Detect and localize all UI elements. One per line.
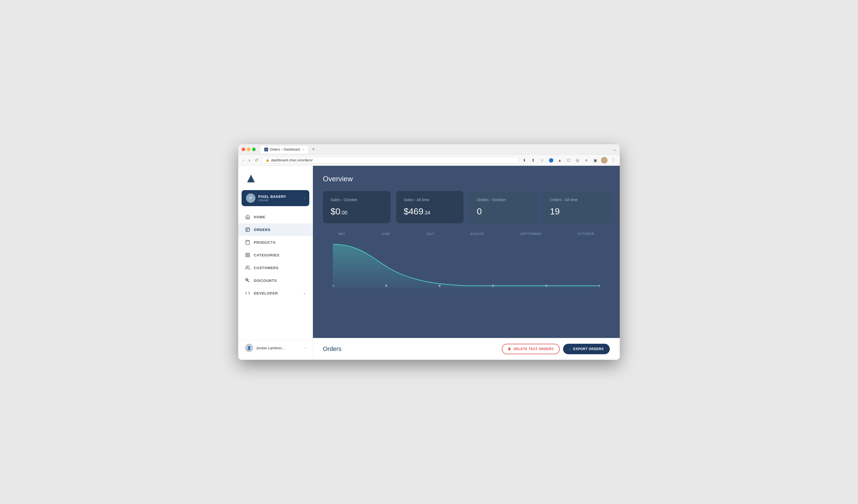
overview-section: Overview Sales - October $0.00 Sales - A… [313, 166, 620, 338]
export-orders-button[interactable]: ↓ EXPORT ORDERS [563, 344, 610, 354]
sidebar-item-developer[interactable]: DEVELOPER ⌄ [238, 287, 313, 299]
chart-months: MAY JUNE JULY AUGUST SEPTEMBER OCTOBER [333, 232, 600, 235]
sidebar-item-developer-label: DEVELOPER [254, 291, 278, 295]
home-icon [245, 214, 251, 220]
discounts-icon [245, 278, 251, 283]
logo-svg [245, 173, 257, 184]
sidebar: P PIXEL BAKERY #36448 › HOME [238, 166, 313, 360]
browser-toolbar-icons: ⬇ ⬆ ☆ 🔵 ▲ ⬡ ◎ ≡ ▣ ⋮ [521, 157, 616, 164]
address-bar[interactable]: 🔒 dashboard.chec.io/orders/ [261, 157, 519, 164]
tab-favicon-icon: ✓ [264, 148, 268, 151]
profile-avatar-icon[interactable] [601, 157, 607, 164]
chart-month-june: JUNE [381, 232, 390, 235]
traffic-lights [242, 148, 256, 151]
chart-dot-july [439, 284, 441, 287]
extension-icon-2[interactable]: ▲ [557, 157, 563, 163]
stats-cards: Sales - October $0.00 Sales - All time $… [323, 191, 610, 223]
window-minimize-icon[interactable]: ⌄ [613, 147, 616, 152]
stat-card-sales-october: Sales - October $0.00 [323, 191, 391, 223]
browser-tab-active[interactable]: ✓ Orders ~ Dashboard × [260, 145, 309, 153]
sidebar-item-discounts[interactable]: DISCOUNTS [238, 274, 313, 287]
app-layout: P PIXEL BAKERY #36448 › HOME [238, 166, 620, 360]
stat-card-sales-alltime: Sales - All time $469.34 [396, 191, 464, 223]
user-profile-footer[interactable]: 👤 Jordan Lambrec... › [238, 340, 313, 355]
back-button[interactable]: ‹ [242, 157, 245, 163]
close-button[interactable] [242, 148, 245, 151]
svg-rect-7 [248, 253, 250, 255]
chart-month-may: MAY [338, 232, 346, 235]
fullscreen-button[interactable] [252, 148, 256, 151]
sidebar-item-home[interactable]: HOME [238, 211, 313, 223]
browser-addressbar: ‹ › ↺ 🔒 dashboard.chec.io/orders/ ⬇ ⬆ ☆ … [238, 155, 620, 166]
svg-rect-9 [246, 256, 247, 257]
trash-icon: 🗑 [508, 347, 511, 351]
sidebar-item-products[interactable]: PRODUCTS [238, 236, 313, 249]
sidebar-item-customers[interactable]: CUSTOMERS [238, 261, 313, 274]
stat-value-sales-all: $469.34 [404, 207, 456, 217]
download-icon: ↓ [569, 347, 571, 351]
store-selector[interactable]: P PIXEL BAKERY #36448 › [242, 190, 309, 206]
reload-button[interactable]: ↺ [253, 157, 259, 163]
sidebar-item-orders-label: ORDERS [254, 228, 270, 232]
lock-icon: 🔒 [266, 158, 270, 162]
svg-point-14 [248, 281, 249, 282]
sidebar-item-categories-label: CATEGORIES [254, 253, 280, 257]
orders-actions: 🗑 DELETE TEST ORDERS ↓ EXPORT ORDERS [502, 344, 610, 354]
new-tab-button[interactable]: + [311, 146, 317, 152]
export-label: EXPORT ORDERS [573, 347, 604, 351]
sidebar-item-categories[interactable]: CATEGORIES [238, 249, 313, 261]
sidebar-item-orders[interactable]: ORDERS [238, 223, 313, 236]
extension-icon-1[interactable]: 🔵 [548, 157, 554, 163]
delete-test-orders-button[interactable]: 🗑 DELETE TEST ORDERS [502, 344, 560, 354]
browser-tab-bar: ✓ Orders ~ Dashboard × + [260, 145, 610, 153]
browser-titlebar: ✓ Orders ~ Dashboard × + ⌄ [238, 144, 620, 155]
chart-dot-august [492, 284, 494, 287]
stat-value-decimal: .00 [340, 210, 348, 215]
overview-title: Overview [323, 175, 610, 183]
nav-menu: HOME ORDERS [238, 211, 313, 340]
chart-month-august: AUGUST [470, 232, 484, 235]
share-icon[interactable]: ⬆ [530, 157, 536, 163]
sidebar-item-customers-label: CUSTOMERS [254, 266, 279, 270]
delete-test-label: DELETE TEST ORDERS [513, 347, 554, 351]
address-text: dashboard.chec.io/orders/ [271, 158, 313, 162]
stat-card-orders-alltime: Orders - All time 19 [542, 191, 610, 223]
stat-value-decimal: .34 [424, 210, 430, 215]
extension-icon-4[interactable]: ≡ [583, 157, 589, 163]
customers-icon [245, 265, 251, 271]
products-icon [245, 240, 251, 245]
stat-label-sales-all: Sales - All time [404, 198, 456, 202]
orders-section-title: Orders [323, 345, 341, 353]
menu-icon[interactable]: ⋮ [610, 157, 616, 163]
forward-button[interactable]: › [248, 157, 251, 163]
stat-value-main: 19 [550, 207, 560, 216]
chart-month-july: JULY [426, 232, 434, 235]
stat-value-main: 0 [477, 207, 482, 216]
chart-fill [333, 244, 600, 289]
download-icon[interactable]: ⬇ [521, 157, 527, 163]
tab-close-button[interactable]: × [303, 148, 304, 151]
stat-value-main: $0 [331, 207, 340, 216]
user-avatar: 👤 [245, 344, 253, 352]
sidebar-item-home-label: HOME [254, 215, 265, 219]
chart-svg [333, 239, 600, 289]
minimize-button[interactable] [247, 148, 251, 151]
store-avatar: P [246, 193, 255, 203]
sidebar-item-discounts-label: DISCOUNTS [254, 278, 277, 283]
bookmark-icon[interactable]: ☆ [539, 157, 545, 163]
store-info: PIXEL BAKERY #36448 [258, 195, 301, 202]
chart-svg-container [333, 239, 600, 289]
developer-chevron-icon: ⌄ [303, 291, 306, 295]
extension-icon-3[interactable]: ◎ [574, 157, 581, 163]
tab-title: Orders ~ Dashboard [270, 148, 300, 151]
stat-label-orders-oct: Orders - October [477, 198, 529, 202]
orders-icon [245, 227, 251, 232]
split-view-icon[interactable]: ▣ [592, 157, 598, 163]
extensions-puzzle-icon[interactable]: ⬡ [566, 157, 572, 163]
chart-month-october: OCTOBER [577, 232, 594, 235]
stat-value-orders-all: 19 [550, 207, 602, 217]
svg-point-10 [246, 266, 248, 267]
store-id: #36448 [258, 199, 301, 202]
svg-rect-2 [246, 228, 250, 231]
stat-label-sales-oct: Sales - October [331, 198, 383, 202]
